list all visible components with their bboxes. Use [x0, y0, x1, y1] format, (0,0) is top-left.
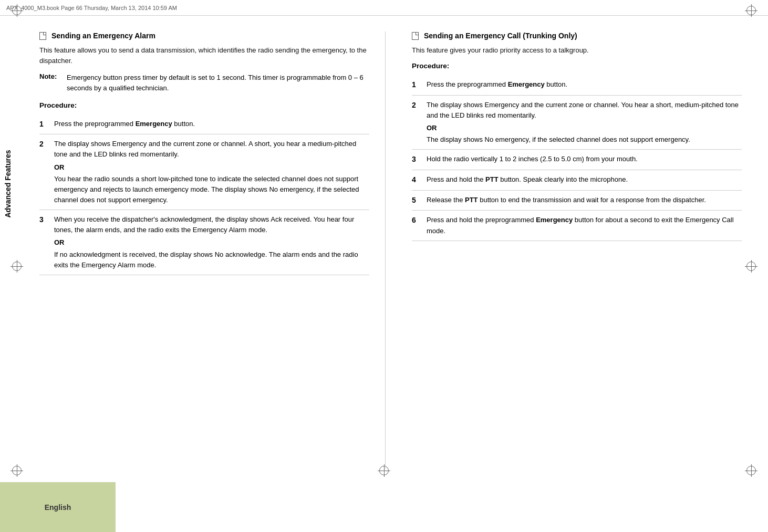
right-step-5-content: Release the PTT button to end the transm…: [427, 195, 742, 206]
left-step-list: 1 Press the preprogrammed Emergency butt…: [39, 114, 369, 275]
crosshair-bottom-left: [11, 464, 23, 477]
note-text: Emergency button press timer by default …: [67, 72, 369, 93]
right-step-1: 1 Press the preprogrammed Emergency butt…: [412, 75, 742, 96]
right-step-3-content: Hold the radio vertically 1 to 2 inches …: [427, 154, 742, 165]
crosshair-top-left: [11, 4, 23, 17]
left-step-2: 2 The display shows Emergency and the cu…: [39, 134, 369, 210]
left-step-1-content: Press the preprogrammed Emergency button…: [54, 119, 369, 130]
bottom-tab: English: [0, 482, 116, 532]
right-step-2-content: The display shows Emergency and the curr…: [427, 100, 742, 145]
left-step-2-mono2: No emergency: [269, 185, 313, 193]
left-step-2-content: The display shows Emergency and the curr…: [54, 139, 369, 205]
left-step-2-mono1: Emergency: [112, 140, 147, 148]
left-step-3-or: OR: [54, 237, 369, 248]
left-step-2-num: 2: [39, 139, 49, 205]
right-step-3-num: 3: [412, 154, 421, 165]
right-step-list: 1 Press the preprogrammed Emergency butt…: [412, 75, 742, 241]
left-step-3: 3 When you receive the dispatcher's ackn…: [39, 210, 369, 275]
side-label: Advanced Features: [4, 150, 12, 217]
top-bar-text: APX_4000_M3.book Page 66 Thursday, March…: [6, 5, 177, 11]
main-content: Sending an Emergency Alarm This feature …: [29, 16, 752, 479]
right-step-1-num: 1: [412, 79, 421, 91]
note-block: Note: Emergency button press timer by de…: [39, 72, 369, 93]
bottom-tab-label: English: [45, 503, 71, 512]
left-step-1-num: 1: [39, 119, 49, 130]
right-step-6-num: 6: [412, 215, 421, 236]
right-step-6-content: Press and hold the preprogrammed Emergen…: [427, 215, 742, 236]
right-step-3: 3 Hold the radio vertically 1 to 2 inche…: [412, 150, 742, 170]
left-procedure-heading: Procedure:: [39, 101, 369, 109]
left-section-heading: Sending an Emergency Alarm: [39, 32, 369, 40]
note-label: Note:: [39, 72, 63, 93]
doc-icon-left: [39, 32, 46, 40]
left-step-2-or: OR: [54, 162, 369, 173]
right-step-4: 4 Press and hold the PTT button. Speak c…: [412, 170, 742, 191]
right-procedure-heading: Procedure:: [412, 62, 742, 70]
right-step-6: 6 Press and hold the preprogrammed Emerg…: [412, 211, 742, 241]
right-section-heading: Sending an Emergency Call (Trunking Only…: [412, 32, 742, 40]
right-step-2-num: 2: [412, 100, 421, 145]
right-step-5-num: 5: [412, 195, 421, 206]
right-step-4-bold: PTT: [485, 175, 499, 183]
left-step-1: 1 Press the preprogrammed Emergency butt…: [39, 114, 369, 135]
right-step-2-or: OR: [427, 123, 742, 133]
right-step-1-content: Press the preprogrammed Emergency button…: [427, 79, 742, 91]
crosshair-top-right: [745, 4, 757, 17]
right-step-6-bold: Emergency: [536, 216, 573, 224]
right-step-2: 2 The display shows Emergency and the cu…: [412, 96, 742, 150]
right-intro: This feature gives your radio priority a…: [412, 45, 742, 56]
doc-icon-right: [412, 32, 419, 40]
left-step-3-mono2: No acknowledge: [215, 251, 265, 258]
left-intro: This feature allows you to send a data t…: [39, 45, 369, 66]
left-column: Sending an Emergency Alarm This feature …: [39, 32, 386, 469]
left-step-3-mono1: Ack received: [271, 215, 309, 223]
side-label-container: Advanced Features: [0, 105, 16, 263]
left-step-3-num: 3: [39, 214, 49, 270]
right-column: Sending an Emergency Call (Trunking Only…: [407, 32, 742, 469]
right-step-2-mono2: No emergency: [485, 135, 529, 143]
right-step-5-bold: PTT: [465, 196, 478, 204]
right-step-5: 5 Release the PTT button to end the tran…: [412, 191, 742, 211]
right-step-1-bold: Emergency: [508, 80, 545, 88]
left-step-1-bold: Emergency: [136, 120, 172, 128]
right-step-4-num: 4: [412, 174, 421, 186]
right-step-4-content: Press and hold the PTT button. Speak cle…: [427, 174, 742, 186]
top-bar: APX_4000_M3.book Page 66 Thursday, March…: [0, 0, 768, 16]
left-step-3-content: When you receive the dispatcher's acknow…: [54, 214, 369, 270]
right-step-2-mono1: Emergency: [485, 101, 520, 109]
